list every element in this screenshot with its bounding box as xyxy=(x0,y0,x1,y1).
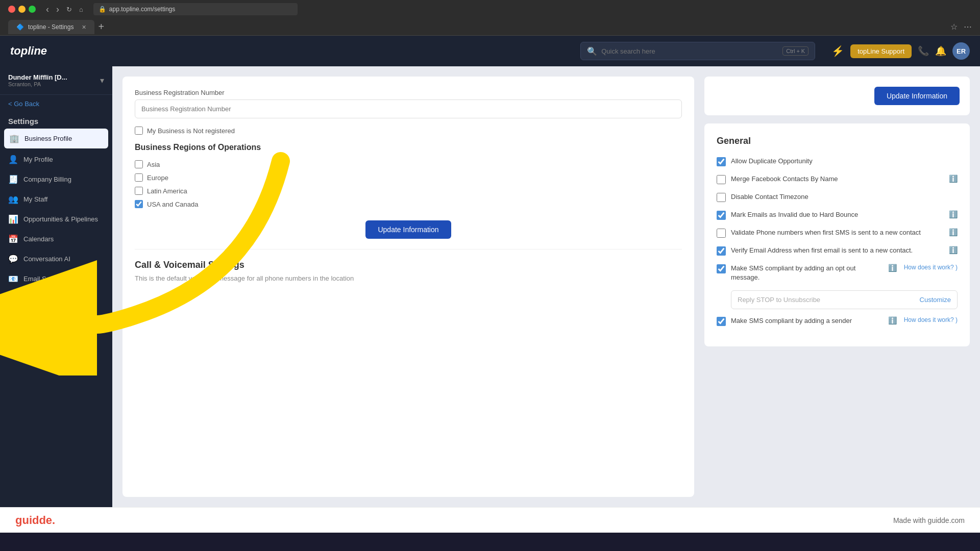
sms-optout-checkbox[interactable] xyxy=(717,264,726,273)
sms-sender-info-icon[interactable]: ℹ️ xyxy=(888,316,897,324)
support-button[interactable]: topLine Support xyxy=(850,44,912,58)
sidebar-item-opportunities[interactable]: 📊 Opportunities & Pipelines xyxy=(0,209,112,229)
registration-label: Business Registration Number xyxy=(135,89,682,96)
lightning-icon[interactable]: ⚡ xyxy=(831,45,844,57)
sidebar-item-calendars[interactable]: 📅 Calendars xyxy=(0,229,112,249)
sidebar-item-my-profile[interactable]: 👤 My Profile xyxy=(0,149,112,169)
facebook-info-icon[interactable]: ℹ️ xyxy=(949,174,958,183)
region-asia-checkbox[interactable] xyxy=(135,160,143,168)
sms-optout-how-link[interactable]: How does it work? ) xyxy=(904,264,958,271)
general-item-duplicate: Allow Duplicate Opportunity xyxy=(717,157,958,166)
sms-optout-label: Make SMS compliant by adding an opt out … xyxy=(731,264,883,282)
sidebar-item-conversation-ai[interactable]: 💬 Conversation AI xyxy=(0,249,112,269)
workspace-name: Dunder Mifflin [D... xyxy=(8,73,67,81)
duplicate-checkbox[interactable] xyxy=(717,157,726,166)
calendars-icon: 📅 xyxy=(8,234,18,244)
sidebar-label-numbers: Numbers xyxy=(26,295,53,303)
validate-phone-info-icon[interactable]: ℹ️ xyxy=(949,228,958,236)
duplicate-label: Allow Duplicate Opportunity xyxy=(731,157,958,166)
not-registered-label: My Business is Not registered xyxy=(147,127,235,135)
sidebar-label-opportunities: Opportunities & Pipelines xyxy=(23,215,98,223)
workspace-selector[interactable]: Dunder Mifflin [D... Scranton, PA ▾ xyxy=(0,66,112,95)
sidebar-label-business-profile: Business Profile xyxy=(24,135,72,142)
avatar[interactable]: ER xyxy=(952,42,970,60)
new-tab-button[interactable]: + xyxy=(99,21,105,33)
registration-input[interactable] xyxy=(135,99,682,118)
custom-fields-icon: 🔧 xyxy=(8,334,18,343)
my-profile-icon: 👤 xyxy=(8,155,18,164)
workspace-sub: Scranton, PA xyxy=(8,81,67,87)
region-latin-america-checkbox[interactable] xyxy=(135,187,143,195)
my-staff-icon: 👥 xyxy=(8,194,18,204)
sidebar-label-reputation: Reputation Management xyxy=(23,315,96,322)
search-shortcut: Ctrl + K xyxy=(782,46,808,56)
sidebar-item-company-billing[interactable]: 🧾 Company Billing xyxy=(0,169,112,189)
general-card: General Allow Duplicate Opportunity Merg… xyxy=(704,123,970,346)
timezone-checkbox[interactable] xyxy=(717,193,726,202)
sidebar-item-reputation[interactable]: ⭐ Reputation Management xyxy=(0,309,112,329)
not-registered-row: My Business is Not registered xyxy=(135,127,682,135)
region-asia: Asia xyxy=(135,160,682,168)
general-item-mark-emails: Mark Emails as Invalid due to Hard Bounc… xyxy=(717,210,958,220)
sidebar-item-my-staff[interactable]: 👥 My Staff xyxy=(0,189,112,209)
traffic-light-green[interactable] xyxy=(29,6,36,13)
not-registered-checkbox[interactable] xyxy=(135,127,143,135)
content-area: Business Registration Number My Business… xyxy=(112,66,980,507)
call-section-title: Call & Voicemail Settings xyxy=(135,260,682,270)
region-usa-canada-checkbox[interactable] xyxy=(135,200,143,208)
sidebar-item-custom-fields[interactable]: 🔧 Custom Fields xyxy=(0,329,112,348)
registration-section: Business Registration Number xyxy=(135,89,682,118)
mark-emails-checkbox[interactable] xyxy=(717,211,726,220)
home-button[interactable]: ⌂ xyxy=(77,2,85,17)
email-services-icon: 📧 xyxy=(8,274,18,284)
tab-title: topline - Settings xyxy=(28,23,74,31)
sms-optout-info-icon[interactable]: ℹ️ xyxy=(888,264,897,272)
reload-button[interactable]: ↻ xyxy=(64,2,74,17)
company-billing-icon: 🧾 xyxy=(8,174,18,184)
update-info-button-right[interactable]: Update Information xyxy=(874,87,960,105)
search-input[interactable] xyxy=(601,47,778,55)
traffic-light-red[interactable] xyxy=(8,6,15,13)
region-asia-label: Asia xyxy=(147,161,160,168)
general-item-facebook: Merge Facebook Contacts By Name ℹ️ xyxy=(717,174,958,184)
sidebar-item-email-services[interactable]: 📧 Email Services xyxy=(0,269,112,289)
traffic-light-yellow[interactable] xyxy=(18,6,26,13)
sidebar-label-conversation-ai: Conversation AI xyxy=(23,255,70,263)
search-bar[interactable]: 🔍 Ctrl + K xyxy=(580,42,815,60)
verify-email-label: Verify Email Address when first email is… xyxy=(731,246,944,255)
call-voicemail-section: Call & Voicemail Settings This is the de… xyxy=(135,260,682,282)
notification-icon[interactable]: 🔔 xyxy=(935,45,946,57)
sidebar-label-custom-fields: Custom Fields xyxy=(23,335,66,342)
sidebar-item-business-profile[interactable]: 🏢 Business Profile xyxy=(4,129,108,148)
verify-email-checkbox[interactable] xyxy=(717,246,726,256)
browser-tab[interactable]: 🔷 topline - Settings × xyxy=(8,20,94,34)
back-button[interactable]: ‹ xyxy=(44,2,51,17)
guidde-logo: guidde. xyxy=(15,514,55,527)
timezone-label: Disable Contact Timezone xyxy=(731,192,958,202)
go-back-link[interactable]: < Go Back xyxy=(0,95,112,113)
region-europe-checkbox[interactable] xyxy=(135,173,143,182)
settings-header: Settings xyxy=(0,113,112,128)
update-info-card: Update Information xyxy=(704,77,970,115)
footer: guidde. Made with guidde.com xyxy=(0,507,980,533)
update-info-button-main[interactable]: Update Information xyxy=(365,220,451,239)
region-europe: Europe xyxy=(135,173,682,182)
general-item-validate-phone: Validate Phone numbers when first SMS is… xyxy=(717,228,958,238)
chevron-down-icon: ▾ xyxy=(100,76,104,85)
search-icon: 🔍 xyxy=(587,46,597,56)
validate-phone-checkbox[interactable] xyxy=(717,229,726,238)
region-usa-canada-label: USA and Canada xyxy=(147,201,198,208)
footer-text: Made with guidde.com xyxy=(893,516,965,524)
general-section-title: General xyxy=(717,136,958,146)
verify-email-info-icon[interactable]: ℹ️ xyxy=(949,246,958,254)
phone-icon[interactable]: 📞 xyxy=(918,45,929,57)
facebook-checkbox[interactable] xyxy=(717,175,726,184)
sidebar-item-numbers[interactable]: 📞 3 Numbers xyxy=(0,289,112,309)
regions-title: Business Regions of Operations xyxy=(135,143,682,152)
validate-phone-label: Validate Phone numbers when first SMS is… xyxy=(731,228,944,237)
sms-sender-how-link[interactable]: How does it work? ) xyxy=(904,316,958,323)
forward-button[interactable]: › xyxy=(54,2,61,17)
sms-sender-checkbox[interactable] xyxy=(717,317,726,326)
customize-button[interactable]: Customize xyxy=(920,296,951,304)
mark-emails-info-icon[interactable]: ℹ️ xyxy=(949,210,958,218)
